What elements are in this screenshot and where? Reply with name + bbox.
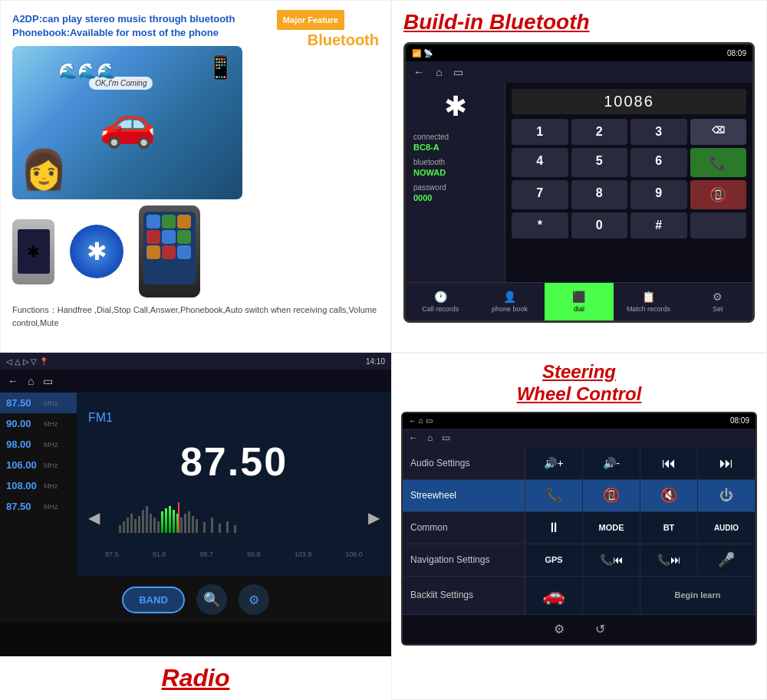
home-icon[interactable]: ⌂ [436,66,442,78]
dialpad-grid: 1 2 3 ⌫ 4 5 6 📞 7 8 9 📵 * 0 [512,119,746,238]
settings-gear-icon[interactable]: ⚙ [554,622,565,636]
recent-icon[interactable]: ▭ [453,66,463,78]
svg-rect-10 [157,521,160,533]
nav-gps[interactable]: GPS [525,544,583,576]
key-9[interactable]: 9 [630,180,687,209]
key-3[interactable]: 3 [630,119,687,145]
phone-screen: 📶 📡 08:09 ← ⌂ ▭ ✱ connected BC8-A [403,42,755,323]
sw-call-green[interactable]: 📞 [525,480,583,511]
audio-settings-label: Audio Settings [403,448,525,479]
nav-set[interactable]: ⚙ Set [683,283,752,320]
password-label: password [413,183,497,192]
key-6[interactable]: 6 [630,148,687,177]
steering-nav-bar: ← ⌂ ▭ [403,429,755,448]
radio-main-area: 87.50 MHz 90.00 MHz 98.00 MHz 106.00 MHz [0,393,391,577]
key-call-green[interactable]: 📞 [690,148,747,177]
key-hash[interactable]: # [630,212,687,238]
key-0[interactable]: 0 [571,212,628,238]
steering-title-line1: Steering [542,361,616,382]
bluetooth-info: bluetooth NOWAD [413,158,497,177]
key-5[interactable]: 5 [571,148,628,177]
prev-track-icon[interactable]: ◀ [88,508,100,527]
freq-item-5[interactable]: 87.50 MHz [0,496,77,517]
sw-power[interactable]: ⏻ [698,480,755,511]
steering-panel: Steering Wheel Control ← ⌂ ▭ 08:09 ← ⌂ ▭… [391,353,767,700]
dial-number-display: 10086 [512,89,746,114]
svg-rect-26 [234,525,236,533]
common-audio[interactable]: AUDIO [698,512,755,544]
freq-item-2[interactable]: 98.00 MHz [0,434,77,455]
key-7[interactable]: 7 [512,180,568,209]
svg-rect-1 [123,521,125,533]
audio-next[interactable]: ⏭ [698,448,755,479]
freq-item-0[interactable]: 87.50 MHz [0,393,77,413]
freq-item-4[interactable]: 108.00 MHz [0,475,77,496]
streewheel-label: Streewheel [403,480,525,511]
radio-band-label: FM1 [88,411,113,425]
next-track-icon[interactable]: ▶ [368,508,380,527]
band-button[interactable]: BAND [122,587,185,613]
audio-vol-up[interactable]: 🔊+ [525,448,583,479]
backlit-car[interactable]: 🚗 [525,577,583,614]
svg-rect-6 [142,510,144,533]
dial-label: dial [574,305,584,313]
svg-rect-24 [219,524,221,533]
key-backspace[interactable]: ⌫ [690,119,747,145]
nav-mic[interactable]: 🎤 [698,544,755,576]
nav-dial[interactable]: ⬛ dial [545,283,614,320]
call-red-icon: 📵 [603,487,620,504]
radio-freq-scale: 87.5 91.6 95.7 99.8 103.9 108.0 [88,550,380,558]
status-icons: 📶 📡 [412,49,433,58]
common-pause[interactable]: ⏸ [525,512,583,544]
sw-mute[interactable]: 🔇 [640,480,698,511]
audio-prev[interactable]: ⏮ [640,448,698,479]
radio-recent-icon[interactable]: ▭ [43,375,53,387]
freq-unit-0: MHz [44,399,58,407]
nav-match-records[interactable]: 📋 Match records [614,283,683,320]
refresh-icon[interactable]: ↺ [595,622,605,636]
waveform-svg [100,502,368,533]
svg-rect-8 [150,514,152,533]
common-bt[interactable]: BT [640,512,698,544]
key-4[interactable]: 4 [512,148,568,177]
phone-book-icon: 👤 [503,291,516,303]
sw-call-red[interactable]: 📵 [583,480,640,511]
freq-item-3[interactable]: 106.00 MHz [0,455,77,475]
radio-title: Radio [0,664,391,692]
key-2[interactable]: 2 [571,119,628,145]
connected-info: connected BC8-A [413,133,497,152]
key-call-red[interactable]: 📵 [690,180,747,209]
set-label: Set [713,305,723,313]
freq-num-2: 98.00 [6,439,41,450]
connected-label: connected [413,133,497,141]
search-button[interactable]: 🔍 [196,584,227,615]
common-mode[interactable]: MODE [583,512,640,544]
freq-num-5: 87.50 [6,501,41,512]
radio-settings-button[interactable]: ⚙ [239,584,269,615]
freq-unit-2: MHz [44,441,58,449]
steering-recent-icon[interactable]: ▭ [442,432,450,443]
backlit-label: Backlit Settings [403,577,525,614]
nav-call-next[interactable]: 📞⏭ [640,544,698,576]
back-icon[interactable]: ← [413,66,424,78]
key-star[interactable]: * [512,212,568,238]
key-empty [690,212,747,238]
freq-item-1[interactable]: 90.00 MHz [0,413,77,434]
audio-vol-down[interactable]: 🔊- [583,448,640,479]
nav-call-records[interactable]: 🕐 Call records [406,283,475,320]
radio-home-icon[interactable]: ⌂ [28,375,34,387]
svg-rect-2 [127,518,129,533]
nav-phone-book[interactable]: 👤 phone book [475,283,544,320]
nav-call-prev[interactable]: 📞⏮ [583,544,640,576]
key-8[interactable]: 8 [571,180,628,209]
key-1[interactable]: 1 [512,119,568,145]
svg-rect-0 [119,525,121,533]
steering-back-icon[interactable]: ← [409,432,418,443]
navigation-label: Navigation Settings [403,544,525,576]
radio-back-icon[interactable]: ← [8,375,18,387]
steering-row-navigation: Navigation Settings GPS 📞⏮ 📞⏭ 🎤 [403,544,755,577]
backlit-begin-learn[interactable]: Begin learn [640,577,755,614]
steering-home-icon[interactable]: ⌂ [427,432,433,443]
bluetooth-title: Build-in Bluetooth [403,10,755,35]
freq-num-1: 90.00 [6,418,41,429]
